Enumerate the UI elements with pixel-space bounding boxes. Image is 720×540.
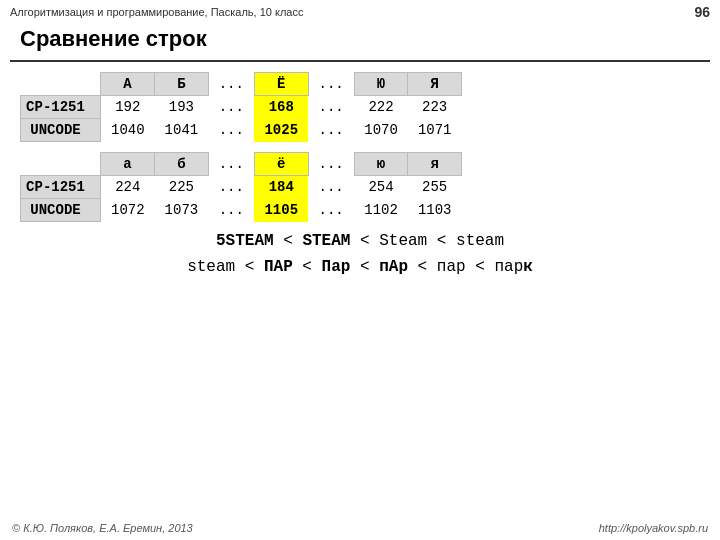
footer-left: © К.Ю. Поляков, Е.А. Еремин, 2013 — [12, 522, 193, 534]
unicode-b: 1073 — [155, 199, 209, 222]
lower-row-cp1251: CP-1251 224 225 ... 184 ... 254 255 — [21, 176, 462, 199]
cp1251-dots3: ... — [208, 176, 254, 199]
lower-table-section: а б ... ё ... ю я CP-1251 224 225 ... 18… — [20, 152, 700, 222]
footer-right: http://kpolyakov.spb.ru — [599, 522, 708, 534]
comparison-line-1: 5STEAM < STEAM < Steam < steam — [20, 232, 700, 250]
upper-header-row: А Б ... Ё ... Ю Я — [21, 73, 462, 96]
footer: © К.Ю. Поляков, Е.А. Еремин, 2013 http:/… — [0, 522, 720, 534]
cp1251-A: 192 — [101, 96, 155, 119]
unicode-B: 1041 — [155, 119, 209, 142]
cp1251-dots2: ... — [308, 96, 354, 119]
unicode-a: 1072 — [101, 199, 155, 222]
unicode-Yo: 1025 — [254, 119, 308, 142]
col-B: Б — [155, 73, 209, 96]
upper-table-section: А Б ... Ё ... Ю Я CP-1251 192 193 ... 16… — [20, 72, 700, 142]
cp1251-yo: 184 — [254, 176, 308, 199]
comparison-text-2: steam < ПАР < Пар < пАр < пар < парк — [187, 258, 533, 276]
lower-row-unicode: UNCODE 1072 1073 ... 1105 ... 1102 1103 — [21, 199, 462, 222]
col-yo: ё — [254, 153, 308, 176]
label-cp1251-lower: CP-1251 — [21, 176, 101, 199]
cp1251-Yu: 222 — [354, 96, 408, 119]
cp1251-b: 225 — [155, 176, 209, 199]
cp1251-Yo: 168 — [254, 96, 308, 119]
col-ya: я — [408, 153, 462, 176]
col-Yu: Ю — [354, 73, 408, 96]
slide-title: Сравнение строк — [10, 22, 710, 62]
col-dots3: ... — [208, 153, 254, 176]
unicode-dots1: ... — [208, 119, 254, 142]
cp1251-Ya: 223 — [408, 96, 462, 119]
content: А Б ... Ё ... Ю Я CP-1251 192 193 ... 16… — [0, 72, 720, 276]
unicode-Ya: 1071 — [408, 119, 462, 142]
unicode-dots3: ... — [208, 199, 254, 222]
col-dots4: ... — [308, 153, 354, 176]
cp1251-dots4: ... — [308, 176, 354, 199]
upper-row-cp1251: CP-1251 192 193 ... 168 ... 222 223 — [21, 96, 462, 119]
empty-cell-lower — [21, 153, 101, 176]
unicode-A: 1040 — [101, 119, 155, 142]
label-cp1251-upper: CP-1251 — [21, 96, 101, 119]
col-A: А — [101, 73, 155, 96]
upper-table: А Б ... Ё ... Ю Я CP-1251 192 193 ... 16… — [20, 72, 462, 142]
col-yu: ю — [354, 153, 408, 176]
unicode-ya: 1103 — [408, 199, 462, 222]
cp1251-ya: 255 — [408, 176, 462, 199]
header: Алгоритмизация и программирование, Паска… — [0, 0, 720, 22]
unicode-Yu: 1070 — [354, 119, 408, 142]
cp1251-dots1: ... — [208, 96, 254, 119]
lower-header-row: а б ... ё ... ю я — [21, 153, 462, 176]
cp1251-yu: 254 — [354, 176, 408, 199]
header-title: Алгоритмизация и программирование, Паска… — [10, 6, 303, 18]
col-Ya: Я — [408, 73, 462, 96]
lower-table: а б ... ё ... ю я CP-1251 224 225 ... 18… — [20, 152, 462, 222]
cp1251-a: 224 — [101, 176, 155, 199]
comparison-text-1: 5STEAM < STEAM < Steam < steam — [216, 232, 504, 250]
col-b: б — [155, 153, 209, 176]
label-unicode-upper: UNCODE — [21, 119, 101, 142]
upper-row-unicode: UNCODE 1040 1041 ... 1025 ... 1070 1071 — [21, 119, 462, 142]
col-dots1: ... — [208, 73, 254, 96]
comparison-line-2: steam < ПАР < Пар < пАр < пар < парк — [20, 258, 700, 276]
cp1251-B: 193 — [155, 96, 209, 119]
empty-cell — [21, 73, 101, 96]
label-unicode-lower: UNCODE — [21, 199, 101, 222]
unicode-dots2: ... — [308, 119, 354, 142]
unicode-yu: 1102 — [354, 199, 408, 222]
col-Yo: Ё — [254, 73, 308, 96]
unicode-dots4: ... — [308, 199, 354, 222]
col-dots2: ... — [308, 73, 354, 96]
page-number: 96 — [694, 4, 710, 20]
unicode-yo: 1105 — [254, 199, 308, 222]
col-a: а — [101, 153, 155, 176]
